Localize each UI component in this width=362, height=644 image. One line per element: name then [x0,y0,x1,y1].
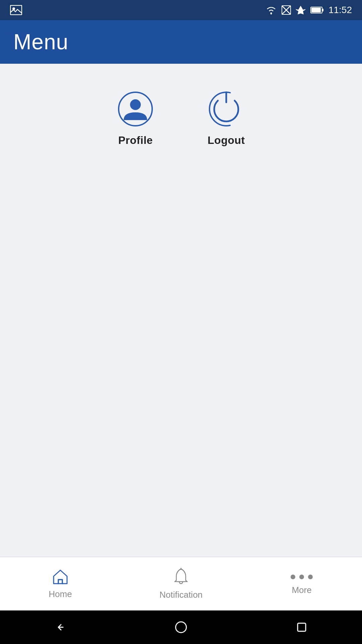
svg-point-16 [299,575,304,579]
airplane-icon [296,5,306,15]
back-icon [54,621,67,634]
profile-icon-wrapper [117,91,154,127]
main-content: Profile Logout [0,64,362,557]
nav-item-notification[interactable]: Notification [121,568,241,600]
nav-item-home[interactable]: Home [0,568,121,599]
back-button[interactable] [50,617,70,637]
more-nav-label: More [292,585,311,595]
home-icon [52,568,69,586]
svg-rect-13 [58,580,62,584]
sim-icon [282,5,291,15]
svg-rect-7 [311,8,321,12]
svg-point-2 [270,13,272,14]
notification-nav-label: Notification [160,590,203,600]
logout-icon-wrapper [208,91,245,127]
recents-button[interactable] [292,617,312,637]
svg-point-10 [130,99,141,110]
logout-menu-item[interactable]: Logout [207,91,245,147]
bottom-nav: Home Notification More [0,557,362,610]
svg-rect-8 [322,9,323,11]
profile-icon [117,91,154,127]
image-icon [10,5,22,15]
svg-rect-19 [298,623,306,631]
nav-item-more[interactable]: More [241,572,362,595]
app-bar: Menu [0,20,362,64]
battery-icon [310,6,324,14]
svg-point-15 [291,575,295,579]
recents-icon [296,622,307,633]
home-button[interactable] [171,617,191,637]
home-nav-label: Home [49,589,72,599]
android-home-icon [175,621,187,633]
profile-label: Profile [118,134,153,147]
svg-point-18 [176,622,186,633]
android-nav-bar [0,610,362,644]
status-bar: 11:52 [0,0,362,20]
notification-icon [173,568,189,586]
wifi-icon [265,6,277,14]
status-bar-right: 11:52 [265,5,352,15]
status-time: 11:52 [328,5,352,15]
profile-menu-item[interactable]: Profile [117,91,154,147]
status-bar-left [10,5,22,15]
logout-icon [208,91,245,127]
svg-point-17 [308,575,313,579]
svg-rect-0 [10,5,22,15]
menu-grid: Profile Logout [0,91,362,147]
more-icon [290,572,314,582]
page-title: Menu [13,30,68,54]
logout-label: Logout [207,134,245,147]
